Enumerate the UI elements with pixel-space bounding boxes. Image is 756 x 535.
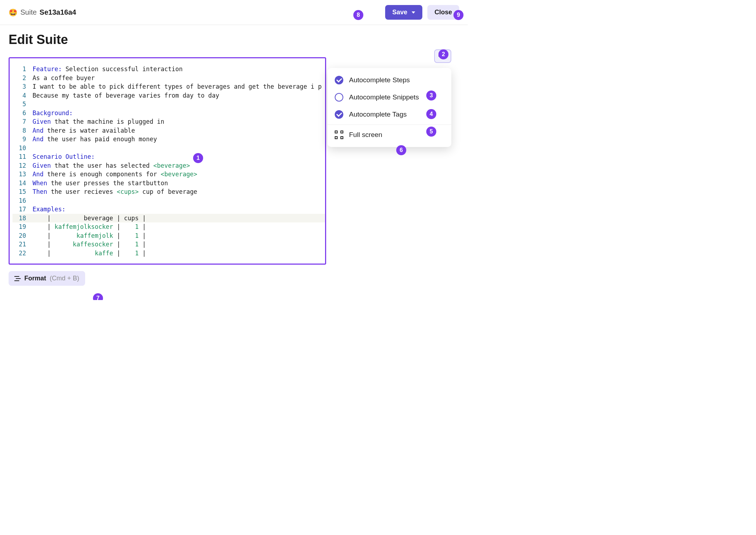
- line-number: 11: [13, 152, 33, 161]
- line-number: 17: [13, 205, 33, 214]
- line-number: 10: [13, 144, 33, 153]
- code-line[interactable]: 12Given that the user has selected <beve…: [13, 161, 322, 170]
- editor-row: ••• 1Feature: Selection successful inter…: [9, 57, 459, 265]
- annotation-badge-9: 9: [453, 10, 463, 20]
- line-number: 4: [13, 91, 33, 100]
- annotation-badge-4: 4: [426, 109, 436, 119]
- line-number: 13: [13, 170, 33, 179]
- line-number: 20: [13, 231, 33, 240]
- line-number: 22: [13, 249, 33, 258]
- line-number: 21: [13, 240, 33, 249]
- annotation-badge-5: 5: [426, 127, 436, 137]
- line-number: 14: [13, 179, 33, 188]
- line-content[interactable]: [33, 196, 322, 205]
- close-button-label: Close: [435, 9, 452, 16]
- checkbox-checked-icon: [335, 110, 343, 119]
- code-line[interactable]: 15Then the user recieves <cups> cup of b…: [13, 187, 322, 196]
- line-content[interactable]: Examples:: [33, 205, 322, 214]
- line-number: 5: [13, 100, 33, 109]
- line-number: 19: [13, 222, 33, 231]
- format-bar: Format (Cmd + B): [9, 271, 459, 286]
- line-content[interactable]: And there is water available: [33, 126, 322, 135]
- annotation-badge-3: 3: [426, 90, 436, 100]
- line-content[interactable]: Background:: [33, 109, 322, 118]
- code-line[interactable]: 9And the user has paid enough money: [13, 135, 322, 144]
- line-content[interactable]: Because my taste of beverage varies from…: [33, 91, 322, 100]
- code-line[interactable]: 4Because my taste of beverage varies fro…: [13, 91, 322, 100]
- line-number: 6: [13, 109, 33, 118]
- code-line[interactable]: 10: [13, 144, 322, 153]
- code-line[interactable]: 14When the user presses the startbutton: [13, 179, 322, 188]
- line-content[interactable]: [33, 144, 322, 153]
- chevron-down-icon: [412, 11, 415, 14]
- line-number: 16: [13, 196, 33, 205]
- line-content[interactable]: [33, 100, 322, 109]
- code-line[interactable]: 16: [13, 196, 322, 205]
- annotation-badge-1: 1: [193, 153, 203, 163]
- format-label: Format: [24, 275, 46, 282]
- line-number: 18: [13, 214, 33, 223]
- line-content[interactable]: Feature: Selection successful interactio…: [33, 65, 322, 74]
- fullscreen-icon: [335, 131, 343, 139]
- line-number: 3: [13, 82, 33, 91]
- line-number: 2: [13, 74, 33, 83]
- code-line[interactable]: 1Feature: Selection successful interacti…: [13, 65, 322, 74]
- code-area[interactable]: 1Feature: Selection successful interacti…: [10, 58, 325, 260]
- line-number: 8: [13, 126, 33, 135]
- line-content[interactable]: And there is enough components for <beve…: [33, 170, 322, 179]
- code-line[interactable]: 8And there is water available: [13, 126, 322, 135]
- line-content[interactable]: Scenario Outline:: [33, 152, 322, 161]
- format-button[interactable]: Format (Cmd + B): [9, 271, 85, 286]
- annotation-badge-8: 8: [353, 10, 363, 20]
- line-content[interactable]: | kaffesocker | 1 |: [33, 240, 322, 249]
- format-icon: [14, 276, 21, 281]
- save-button-label: Save: [392, 9, 407, 16]
- line-content[interactable]: As a coffee buyer: [33, 74, 322, 83]
- line-content[interactable]: Then the user recieves <cups> cup of bev…: [33, 187, 322, 196]
- checkbox-checked-icon: [335, 76, 343, 84]
- breadcrumb: 🤩 Suite Se13a16a4: [9, 8, 76, 17]
- code-line[interactable]: 7Given that the machine is plugged in: [13, 117, 322, 126]
- code-line[interactable]: 3I want to be able to pick different typ…: [13, 82, 322, 91]
- dropdown-divider: [328, 124, 451, 125]
- content: Edit Suite ••• 1Feature: Selection succe…: [0, 25, 468, 300]
- code-line[interactable]: 13And there is enough components for <be…: [13, 170, 322, 179]
- page-title: Edit Suite: [9, 32, 459, 47]
- code-line[interactable]: 19 | kaffemjolksocker | 1 |: [13, 222, 322, 231]
- breadcrumb-suite-name: Se13a16a4: [40, 8, 76, 16]
- breadcrumb-label: Suite: [20, 8, 37, 16]
- line-number: 1: [13, 65, 33, 74]
- line-content[interactable]: Given that the user has selected <bevera…: [33, 161, 322, 170]
- line-content[interactable]: Given that the machine is plugged in: [33, 117, 322, 126]
- line-content[interactable]: | kaffemjolksocker | 1 |: [33, 222, 322, 231]
- option-label: Autocomplete Tags: [349, 111, 407, 118]
- save-button[interactable]: Save: [385, 5, 422, 20]
- option-label: Autocomplete Snippets: [349, 93, 419, 101]
- checkbox-unchecked-icon: [335, 93, 343, 102]
- code-line[interactable]: 20 | kaffemjolk | 1 |: [13, 231, 322, 240]
- annotation-badge-2: 2: [438, 49, 448, 59]
- line-content[interactable]: And the user has paid enough money: [33, 135, 322, 144]
- line-number: 15: [13, 187, 33, 196]
- option-label: Full screen: [349, 131, 382, 139]
- line-content[interactable]: | kaffe | 1 |: [33, 249, 322, 258]
- line-content[interactable]: | kaffemjolk | 1 |: [33, 231, 322, 240]
- code-line[interactable]: 18 | beverage | cups |: [13, 214, 326, 223]
- code-editor[interactable]: 1Feature: Selection successful interacti…: [9, 57, 326, 265]
- code-line[interactable]: 6Background:: [13, 109, 322, 118]
- line-content[interactable]: I want to be able to pick different type…: [33, 82, 322, 91]
- topbar: 🤩 Suite Se13a16a4 Save Close: [0, 0, 468, 25]
- format-hint: (Cmd + B): [50, 275, 79, 282]
- line-content[interactable]: When the user presses the startbutton: [33, 179, 322, 188]
- line-number: 9: [13, 135, 33, 144]
- code-line[interactable]: 17Examples:: [13, 205, 322, 214]
- code-line[interactable]: 11Scenario Outline:: [13, 152, 322, 161]
- option-autocomplete-steps[interactable]: Autocomplete Steps: [328, 72, 451, 89]
- line-content[interactable]: | beverage | cups |: [33, 214, 326, 223]
- code-line[interactable]: 21 | kaffesocker | 1 |: [13, 240, 322, 249]
- annotation-badge-6: 6: [396, 145, 406, 155]
- code-line[interactable]: 2As a coffee buyer: [13, 74, 322, 83]
- option-label: Autocomplete Steps: [349, 76, 410, 84]
- code-line[interactable]: 22 | kaffe | 1 |: [13, 249, 322, 258]
- code-line[interactable]: 5: [13, 100, 322, 109]
